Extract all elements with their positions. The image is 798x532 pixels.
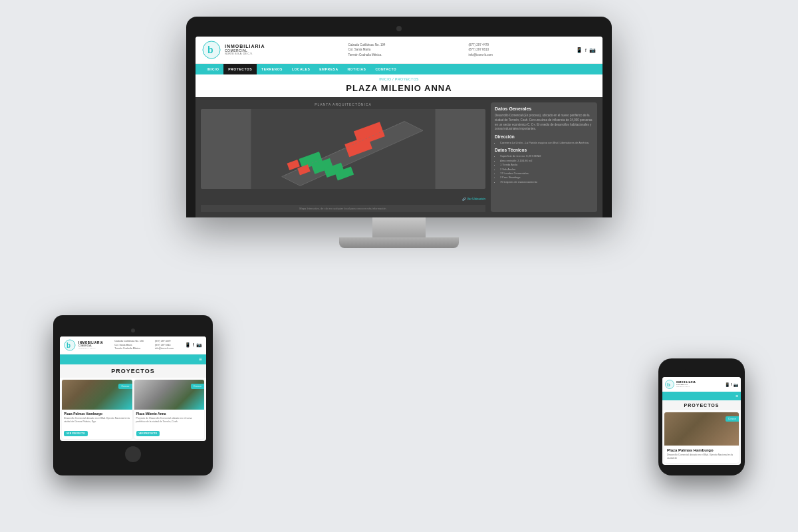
direccion-title: Dirección bbox=[495, 134, 593, 139]
scene: b INMOBILIARIA COMERCIAL NORTE B.S.A. DE… bbox=[33, 17, 765, 515]
phone-facebook-icon[interactable]: f bbox=[731, 382, 732, 387]
phone-notch bbox=[685, 369, 718, 374]
nav-empresa[interactable]: EMPRESA bbox=[315, 64, 342, 74]
header-phones: (877) 297 4479 (877) 297 6613 info@icono… bbox=[469, 43, 493, 57]
phone1: (877) 297 4479 bbox=[469, 43, 493, 47]
dato-tecnico-7: 75 Cajones de estacionamiento bbox=[500, 180, 593, 184]
site-content: PLANTA ARQUITECTÓNICA bbox=[196, 97, 602, 217]
phone-logo-icon: b bbox=[665, 380, 674, 389]
project-card-body-milenio: Plaza Milenio Anna Proyecto de Desarroll… bbox=[134, 410, 205, 439]
logo-icon: b bbox=[202, 41, 221, 59]
phone-nav: ≡ bbox=[662, 392, 741, 400]
monitor-camera bbox=[396, 26, 402, 31]
nav-terrenos[interactable]: TERRENOS bbox=[257, 64, 287, 74]
phone-social: 📱 f 📷 bbox=[725, 382, 738, 387]
tablet-logo-icon: b bbox=[64, 339, 76, 351]
phone-logo-text: INMOBILIARIA COMERCIAL NORTE B.S.A. DE C… bbox=[676, 382, 696, 388]
arch-plan-title: PLANTA ARQUITECTÓNICA bbox=[201, 102, 485, 106]
tablet-brand-bottom: NORTE B.S.A. DE C.V. bbox=[78, 347, 103, 349]
project-card-palmas: Conoce Plaza Palmas Hamburgo Desarrollo … bbox=[62, 380, 132, 439]
project-card-title-milenio: Plaza Milenio Anna bbox=[136, 412, 203, 416]
phone-hamburger-icon[interactable]: ≡ bbox=[735, 394, 738, 398]
email: info@icono-b.com bbox=[469, 53, 493, 57]
datos-tecnicos-title: Datos Técnicos bbox=[495, 148, 593, 152]
direccion-item-1: Carretera La Unión - La Partida esquina … bbox=[500, 141, 593, 145]
address-line3: Torreón Coahuila México. bbox=[348, 53, 386, 57]
tablet-contact: Calzada Cuitláhuac No. 194 Col. Santa Ma… bbox=[114, 340, 144, 350]
datos-generales-text: Desarrollo Comercial (En proceso), ubica… bbox=[495, 114, 593, 132]
project-tag-milenio: Conoce bbox=[191, 384, 204, 389]
tablet-nav: ≡ bbox=[60, 354, 206, 364]
project-card-btn-milenio[interactable]: VER PROYECTO bbox=[136, 431, 160, 436]
building-svg bbox=[201, 109, 485, 189]
tablet: b INMOBILIARIA COMERCIAL NORTE B.S.A. DE… bbox=[53, 315, 213, 475]
tablet-projects: Conoce Plaza Palmas Hamburgo Desarrollo … bbox=[60, 378, 206, 441]
arch-plan: PLANTA ARQUITECTÓNICA bbox=[201, 102, 485, 212]
tablet-whatsapp-icon[interactable]: 📱 bbox=[185, 342, 191, 348]
tablet-phones: (877) 297 4479 (877) 297 6613 info@icono… bbox=[155, 340, 174, 350]
phone-section-title: PROYECTOS bbox=[662, 400, 741, 410]
brand-bottom-label: NORTE B.S.A. DE C.V. bbox=[225, 53, 265, 55]
logo-text: INMOBILIARIA COMERCIAL NORTE B.S.A. DE C… bbox=[225, 44, 265, 56]
tablet-social: 📱 f 📷 bbox=[185, 342, 202, 348]
phone-project-card: Conoce Plaza Palmas Hamburgo Desarrollo … bbox=[664, 412, 739, 463]
arch-plan-image bbox=[201, 109, 485, 189]
nav-proyectos[interactable]: PROYECTOS bbox=[223, 64, 257, 74]
monitor-stand-neck bbox=[372, 217, 426, 237]
phone-brand-bottom: NORTE B.S.A. DE C.V. bbox=[676, 386, 696, 387]
tablet-frame: b INMOBILIARIA COMERCIAL NORTE B.S.A. DE… bbox=[53, 315, 213, 475]
phone-project-desc: Desarrollo Comercial ubicado en el Blvd.… bbox=[667, 454, 736, 460]
hamburger-icon[interactable]: ≡ bbox=[199, 356, 202, 362]
site-logo: b INMOBILIARIA COMERCIAL NORTE B.S.A. DE… bbox=[202, 41, 265, 59]
project-card-body-palmas: Plaza Palmas Hamburgo Desarrollo Comerci… bbox=[62, 410, 132, 439]
tablet-address3: Torreón Coahuila México. bbox=[114, 347, 144, 350]
tablet-facebook-icon[interactable]: f bbox=[193, 342, 194, 348]
instagram-icon[interactable]: 📷 bbox=[589, 47, 596, 53]
phone-project-body: Plaza Palmas Hamburgo Desarrollo Comerci… bbox=[664, 446, 739, 463]
project-card-milenio: Conoce Plaza Milenio Anna Proyecto de De… bbox=[134, 380, 205, 439]
phone-instagram-icon[interactable]: 📷 bbox=[733, 382, 738, 387]
phone-project-title: Plaza Palmas Hamburgo bbox=[667, 448, 736, 452]
facebook-icon[interactable]: f bbox=[585, 47, 587, 53]
address-line1: Calzada Cuitláhuac No. 194 bbox=[348, 43, 386, 47]
project-tag-palmas: Conoce bbox=[118, 384, 132, 389]
tablet-header: b INMOBILIARIA COMERCIAL NORTE B.S.A. DE… bbox=[60, 336, 206, 354]
whatsapp-icon[interactable]: 📱 bbox=[576, 47, 583, 53]
project-card-btn-palmas[interactable]: VER PROYECTO bbox=[64, 431, 88, 436]
header-social: 📱 f 📷 bbox=[576, 47, 596, 53]
nav-contacto[interactable]: CONTACTO bbox=[370, 64, 401, 74]
phone-header: b INMOBILIARIA COMERCIAL NORTE B.S.A. DE… bbox=[662, 377, 741, 392]
svg-text:b: b bbox=[66, 342, 70, 349]
phone: b INMOBILIARIA COMERCIAL NORTE B.S.A. DE… bbox=[658, 358, 745, 475]
monitor-stand-base bbox=[339, 237, 459, 248]
phone-whatsapp-icon[interactable]: 📱 bbox=[725, 382, 730, 387]
nav-locales[interactable]: LOCALES bbox=[287, 64, 315, 74]
project-card-desc-palmas: Desarrollo Comercial ubicado en el Blvd.… bbox=[64, 417, 130, 424]
ver-ubicacion-link[interactable]: 🔗 Ver Ubicación bbox=[462, 198, 485, 201]
nav-noticias[interactable]: NOTICIAS bbox=[343, 64, 371, 74]
header-contact: Calzada Cuitláhuac No. 194 Col. Santa Ma… bbox=[348, 43, 386, 57]
svg-text:b: b bbox=[207, 45, 213, 55]
site-header-top: b INMOBILIARIA COMERCIAL NORTE B.S.A. DE… bbox=[196, 37, 602, 64]
phone-logo: b INMOBILIARIA COMERCIAL NORTE B.S.A. DE… bbox=[665, 380, 696, 389]
project-card-img-milenio: Conoce bbox=[134, 380, 205, 410]
project-card-title-palmas: Plaza Palmas Hamburgo bbox=[64, 412, 130, 416]
tablet-instagram-icon[interactable]: 📷 bbox=[196, 342, 202, 348]
info-panel: Datos Generales Desarrollo Comercial (En… bbox=[491, 102, 597, 212]
tablet-logo: b INMOBILIARIA COMERCIAL NORTE B.S.A. DE… bbox=[64, 339, 103, 351]
svg-text:b: b bbox=[667, 382, 670, 388]
project-card-img-palmas: Conoce bbox=[62, 380, 132, 410]
phone-project-img: Conoce bbox=[664, 412, 739, 446]
tablet-logo-text: INMOBILIARIA COMERCIAL NORTE B.S.A. DE C… bbox=[78, 341, 103, 349]
address-line2: Col. Santa María bbox=[348, 47, 386, 52]
datos-generales-title: Datos Generales bbox=[495, 106, 593, 111]
nav-inicio[interactable]: INICIO bbox=[202, 64, 223, 74]
site-nav: INICIO PROYECTOS TERRENOS LOCALES EMPRES… bbox=[196, 64, 602, 74]
monitor-frame: b INMOBILIARIA COMERCIAL NORTE B.S.A. DE… bbox=[186, 17, 612, 217]
tablet-home-button[interactable] bbox=[125, 446, 141, 462]
breadcrumb: INICIO / PROYECTOS bbox=[196, 74, 602, 82]
phone-project-tag: Conoce bbox=[726, 416, 739, 422]
phone-screen: b INMOBILIARIA COMERCIAL NORTE B.S.A. DE… bbox=[662, 377, 741, 465]
direccion-list: Carretera La Unión - La Partida esquina … bbox=[495, 141, 593, 145]
monitor-screen: b INMOBILIARIA COMERCIAL NORTE B.S.A. DE… bbox=[196, 37, 602, 217]
